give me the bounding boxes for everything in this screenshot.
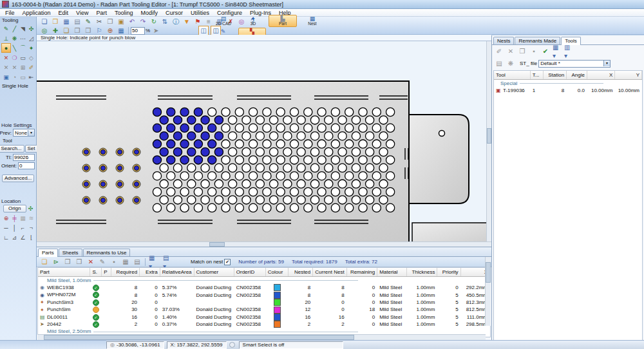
parts-table-row[interactable]: ✦PunchSim3✓2002000Mild Steel1.00mm5812.3…	[38, 299, 490, 306]
hole[interactable]	[263, 124, 271, 132]
punched-hole[interactable]	[160, 116, 168, 124]
hole[interactable]	[379, 164, 388, 172]
hole[interactable]	[167, 187, 175, 196]
hole[interactable]	[283, 147, 292, 156]
parts-column-current-nest[interactable]: Current Nest	[313, 268, 346, 277]
snap-wave-icon[interactable]: ≋	[26, 213, 36, 223]
hole[interactable]	[386, 108, 395, 116]
hole[interactable]	[338, 116, 346, 124]
import-part-icon[interactable]: ⊳	[51, 257, 61, 267]
hole[interactable]	[194, 203, 202, 212]
part-canvas[interactable]	[37, 41, 491, 247]
hole[interactable]	[167, 203, 175, 212]
refresh-icon[interactable]: ↻	[149, 17, 159, 26]
snap-floor-icon[interactable]: ⌊	[26, 232, 36, 242]
hole[interactable]	[366, 180, 374, 188]
punched-hole[interactable]	[214, 147, 223, 156]
punched-hole[interactable]	[214, 116, 223, 124]
diamond-tool-icon[interactable]: ◇	[26, 53, 36, 62]
hole[interactable]	[366, 196, 374, 204]
hole[interactable]	[290, 172, 298, 180]
punched-hole[interactable]	[214, 132, 223, 140]
menu-tooling[interactable]: Tooling	[111, 10, 137, 16]
hole[interactable]	[331, 172, 339, 180]
hole[interactable]	[249, 140, 258, 148]
filter-dropdown-icon[interactable]: ▥ ▾	[564, 46, 574, 56]
hole[interactable]	[249, 172, 258, 180]
hole[interactable]	[317, 156, 326, 164]
punched-hole[interactable]	[153, 124, 161, 132]
hole[interactable]	[235, 187, 243, 196]
punched-hole[interactable]	[153, 140, 161, 148]
hole[interactable]	[317, 172, 326, 180]
tab-tools[interactable]: Tools	[561, 37, 581, 45]
hole[interactable]	[366, 132, 374, 140]
hole[interactable]	[325, 147, 333, 156]
hole[interactable]	[153, 203, 161, 212]
tooled-hole[interactable]	[117, 149, 122, 154]
punched-hole[interactable]	[194, 140, 202, 148]
hole[interactable]	[325, 164, 333, 172]
hole[interactable]	[270, 164, 278, 172]
punched-hole[interactable]	[180, 140, 189, 148]
hole[interactable]	[222, 187, 230, 196]
pencil-icon[interactable]: ✎	[83, 17, 93, 26]
new-icon[interactable]: ❏	[39, 17, 50, 26]
hole[interactable]	[201, 196, 209, 204]
punched-hole[interactable]	[187, 147, 196, 156]
hole[interactable]	[366, 164, 374, 172]
hole[interactable]	[304, 124, 312, 132]
tools-column-y[interactable]: Y	[615, 71, 642, 80]
hole[interactable]	[242, 196, 251, 204]
tools-column-tool[interactable]: Tool	[494, 71, 530, 80]
hole[interactable]	[379, 147, 388, 156]
pan-icon[interactable]: ✚	[50, 26, 61, 35]
hole[interactable]	[222, 140, 230, 148]
hole[interactable]	[372, 203, 381, 212]
tooled-hole[interactable]	[100, 149, 105, 154]
hole[interactable]	[310, 196, 319, 204]
hole[interactable]	[263, 172, 271, 180]
hole[interactable]	[256, 147, 264, 156]
parts-column-remaining[interactable]: Remaining	[346, 268, 377, 277]
hole[interactable]	[345, 187, 354, 196]
copy-icon[interactable]: ❐	[105, 17, 115, 26]
filter-icon[interactable]: ▼	[182, 17, 192, 26]
hole[interactable]	[263, 156, 271, 164]
hole[interactable]	[317, 124, 326, 132]
hole[interactable]	[270, 132, 278, 140]
hole[interactable]	[290, 140, 298, 148]
hole[interactable]	[229, 196, 237, 204]
parts-hscroll-thumb[interactable]	[44, 335, 354, 340]
hole[interactable]	[229, 132, 237, 140]
hole[interactable]	[283, 116, 292, 124]
hole[interactable]	[208, 187, 216, 196]
punched-hole[interactable]	[208, 124, 216, 132]
hole[interactable]	[276, 172, 285, 180]
hole[interactable]	[352, 180, 360, 188]
hole[interactable]	[208, 203, 216, 212]
tab-hole[interactable]	[439, 131, 445, 137]
hole[interactable]	[276, 203, 285, 212]
parts-vscroll-thumb[interactable]	[486, 262, 491, 283]
match-on-nest-checkbox[interactable]: ✔	[224, 259, 231, 265]
hole[interactable]	[208, 108, 216, 116]
parts-table-row[interactable]: ◉WEBC1938✓805.37%Donald DuctingCN0023588…	[38, 284, 490, 291]
menu-part[interactable]: Part	[92, 10, 111, 16]
hole[interactable]	[229, 164, 237, 172]
hole[interactable]	[372, 156, 381, 164]
hole[interactable]	[256, 164, 264, 172]
grid-view-icon[interactable]: ▦	[120, 257, 131, 267]
hole[interactable]	[187, 196, 196, 204]
punched-hole[interactable]	[180, 108, 189, 116]
menu-application[interactable]: Application	[19, 10, 55, 16]
hole[interactable]	[359, 140, 367, 148]
hole[interactable]	[372, 172, 381, 180]
tab-sheets[interactable]: Sheets	[59, 249, 82, 256]
user-icon[interactable]: ⊕	[105, 26, 115, 35]
smart-select-field[interactable]: Smart Select is off	[239, 341, 343, 349]
parts-column-customer[interactable]: Customer	[194, 268, 234, 277]
parts-table-row[interactable]: ✦PunchSim30037.03%Donald DuctingCN002358…	[38, 306, 490, 313]
hole[interactable]	[317, 108, 326, 116]
parts-column-relativearea[interactable]: RelativeArea	[160, 268, 194, 277]
